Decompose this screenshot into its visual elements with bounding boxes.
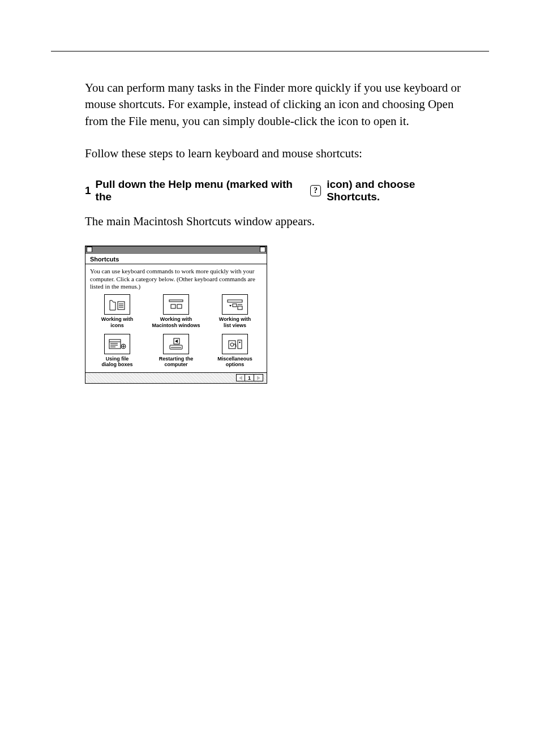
category-using-file-dialog-boxes[interactable]: Using file dialog boxes: [90, 334, 144, 368]
chevron-left-icon: [239, 376, 242, 380]
help-menu-icon: ?: [310, 185, 321, 196]
svg-rect-5: [171, 304, 175, 308]
windows-icon: [163, 294, 189, 315]
category-label: Working with icons: [90, 316, 144, 328]
svg-rect-12: [109, 340, 121, 349]
window-intro-text: You can use keyboard commands to work mo…: [90, 268, 262, 291]
category-label: Using file dialog boxes: [90, 356, 144, 368]
pager-next-button[interactable]: [254, 374, 263, 381]
svg-rect-25: [238, 340, 242, 349]
close-box-icon[interactable]: [87, 247, 92, 252]
window-pager: 1: [85, 372, 267, 383]
svg-point-26: [239, 342, 240, 343]
category-working-with-icons[interactable]: Working with icons: [90, 294, 144, 328]
body-text: You can perform many tasks in the Finder…: [85, 80, 466, 162]
restart-icon: [163, 334, 189, 354]
label-line1: Working with: [160, 316, 192, 322]
label-line1: Restarting the: [159, 356, 194, 362]
svg-rect-9: [233, 304, 237, 307]
label-line2: icons: [110, 323, 124, 328]
step-text-before: Pull down the Help menu (marked with the: [96, 178, 305, 203]
category-miscellaneous-options[interactable]: Miscellaneous options: [208, 334, 262, 368]
label-line1: Working with: [219, 316, 251, 322]
category-label: Miscellaneous options: [208, 356, 262, 368]
window-body: You can use keyboard commands to work mo…: [85, 264, 267, 372]
label-line2: dialog boxes: [101, 362, 132, 367]
label-line2: computer: [164, 362, 187, 367]
window-caption: The main Macintosh Shortcuts window appe…: [85, 213, 466, 230]
misc-options-icon: [222, 334, 248, 354]
category-label: Working with Macintosh windows: [149, 316, 203, 328]
label-line1: Using file: [106, 356, 129, 362]
label-line2: list views: [224, 323, 246, 328]
list-views-icon: [222, 294, 248, 315]
svg-marker-8: [229, 305, 232, 307]
category-label: Working with list views: [208, 316, 262, 328]
paragraph-intro: You can perform many tasks in the Finder…: [85, 80, 466, 130]
category-working-with-macintosh-windows[interactable]: Working with Macintosh windows: [149, 294, 203, 328]
shortcuts-window: Shortcuts You can use keyboard commands …: [85, 246, 267, 384]
step-1: 1 Pull down the Help menu (marked with t…: [85, 178, 466, 203]
svg-rect-11: [238, 306, 242, 310]
icons-icon: [104, 294, 130, 315]
paragraph-followup: Follow these steps to learn keyboard and…: [85, 145, 466, 162]
pager-prev-button[interactable]: [236, 374, 245, 381]
zoom-box-icon[interactable]: [260, 247, 265, 252]
label-line2: Macintosh windows: [152, 323, 200, 328]
document-page: You can perform many tasks in the Finder…: [0, 0, 540, 756]
page-number-value: 1: [248, 375, 251, 381]
category-working-with-list-views[interactable]: Working with list views: [208, 294, 262, 328]
svg-marker-23: [175, 340, 178, 343]
category-label: Restarting the computer: [149, 356, 203, 368]
dialog-boxes-icon: [104, 334, 130, 354]
label-line2: options: [226, 362, 245, 367]
chevron-right-icon: [257, 376, 260, 380]
step-number: 1: [85, 184, 91, 197]
svg-rect-24: [229, 341, 235, 349]
top-rule: [51, 51, 489, 51]
svg-rect-6: [177, 304, 182, 308]
window-titlebar[interactable]: [85, 246, 267, 254]
step-text-after: icon) and choose Shortcuts.: [327, 178, 466, 203]
category-restarting-the-computer[interactable]: Restarting the computer: [149, 334, 203, 368]
svg-rect-4: [169, 300, 183, 302]
svg-rect-7: [228, 300, 242, 302]
category-grid: Working with icons Working with: [90, 294, 262, 367]
label-line1: Working with: [101, 316, 133, 322]
label-line1: Miscellaneous: [217, 356, 252, 362]
pager-page-number: 1: [245, 374, 254, 381]
window-title: Shortcuts: [85, 254, 267, 264]
caption-text: The main Macintosh Shortcuts window appe…: [85, 213, 466, 230]
